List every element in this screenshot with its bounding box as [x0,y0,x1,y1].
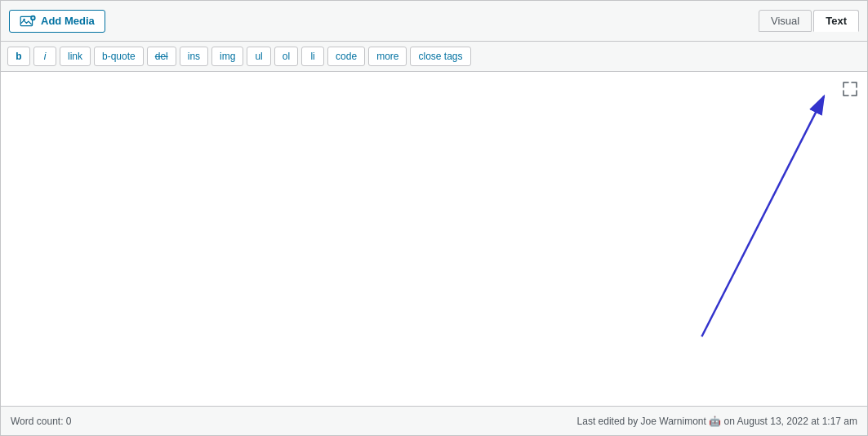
status-bar: Word count: 0 Last edited by Joe Warnimo… [1,406,867,435]
add-media-icon [20,15,36,28]
top-bar: Add Media Visual Text [1,1,867,42]
img-button[interactable]: img [211,47,243,66]
word-count: Word count: 0 [11,416,71,427]
fullscreen-icon [843,82,857,96]
ul-button[interactable]: ul [247,47,270,66]
add-media-button[interactable]: Add Media [9,10,105,33]
code-button[interactable]: code [327,47,365,66]
text-tab[interactable]: Text [813,10,859,32]
editor-wrapper: Add Media Visual Text b i link b-quote d… [0,0,868,436]
add-media-label: Add Media [41,15,95,27]
link-button[interactable]: link [60,47,91,66]
close-tags-button[interactable]: close tags [410,47,470,66]
last-edited: Last edited by Joe Warnimont 🤖 on August… [577,416,857,427]
toolbar: b i link b-quote del ins img ul ol li co… [1,42,867,72]
bold-button[interactable]: b [7,47,30,66]
editor-area [1,72,867,406]
editor-textarea[interactable] [1,72,867,406]
italic-button[interactable]: i [33,47,56,66]
li-button[interactable]: li [301,47,324,66]
ol-button[interactable]: ol [274,47,298,66]
view-tabs: Visual Text [759,10,859,32]
visual-tab[interactable]: Visual [759,10,812,32]
del-button[interactable]: del [147,47,176,66]
fullscreen-button[interactable] [839,78,861,100]
ins-button[interactable]: ins [180,47,208,66]
bquote-button[interactable]: b-quote [94,47,144,66]
more-button[interactable]: more [368,47,407,66]
